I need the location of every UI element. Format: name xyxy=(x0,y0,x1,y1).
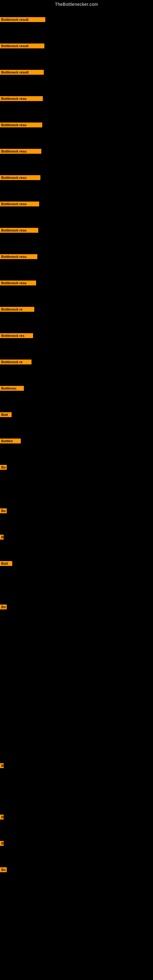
bar-row: Bott xyxy=(0,412,12,417)
bottleneck-result-label: Bo xyxy=(0,465,7,470)
bar-row: Bo xyxy=(0,867,7,872)
bottleneck-result-label: Bottleneck resu xyxy=(0,123,42,127)
bar-row: Bottleneck resu xyxy=(0,123,42,127)
bottleneck-result-label: Bottleneck resu xyxy=(0,175,40,180)
bar-row: Bottleneck resu xyxy=(0,175,40,180)
bar-row: Bottleneck resu xyxy=(0,96,43,101)
bar-row: Bottleneck result xyxy=(0,43,45,48)
bottleneck-result-label: Bottleneck re xyxy=(0,360,32,364)
bottleneck-result-label: Bottleneck resu xyxy=(0,254,37,259)
bottleneck-result-label: B xyxy=(0,815,4,819)
bottleneck-result-label: Bottleneck resu xyxy=(0,202,39,207)
site-title: TheBottlenecker.com xyxy=(0,0,153,8)
bottleneck-result-label: B xyxy=(0,535,4,539)
bottleneck-result-label: Bottleneck resu xyxy=(0,280,36,285)
bottleneck-result-label: Bottlenec xyxy=(0,386,24,391)
bottleneck-result-label: Bottleneck result xyxy=(0,70,44,75)
bottleneck-result-label: Bottleneck resu xyxy=(0,96,43,101)
bar-row: Bottleneck re xyxy=(0,307,34,312)
bar-row: Bottleneck result xyxy=(0,17,45,22)
bar-row: Bo xyxy=(0,508,7,513)
bar-row: Bo xyxy=(0,465,7,470)
bar-row: Bottleneck re xyxy=(0,360,32,364)
bar-row: B xyxy=(0,815,4,819)
bottleneck-result-label: Bottleneck res xyxy=(0,333,33,338)
bar-row: B xyxy=(0,841,4,846)
bar-row: Bottleneck resu xyxy=(0,280,36,285)
bar-row: B xyxy=(0,763,4,768)
bottleneck-result-label: Bo xyxy=(0,867,7,872)
bar-row: Bottleneck resu xyxy=(0,149,41,154)
bottleneck-result-label: Bo xyxy=(0,508,7,513)
bar-row: Bottlen xyxy=(0,439,21,444)
bar-row: Bottleneck result xyxy=(0,70,44,75)
bottleneck-result-label: Bott xyxy=(0,561,12,566)
bottleneck-result-label: Bottleneck result xyxy=(0,17,45,22)
bar-row: Bottlenec xyxy=(0,386,24,391)
bar-row: B xyxy=(0,535,4,539)
bottleneck-result-label: B xyxy=(0,841,4,846)
bottleneck-result-label: Bo xyxy=(0,605,7,609)
bar-row: Bottleneck resu xyxy=(0,254,37,259)
bar-row: Bottleneck res xyxy=(0,333,33,338)
bar-row: Bo xyxy=(0,605,7,609)
bottleneck-result-label: B xyxy=(0,763,4,768)
bottleneck-result-label: Bottlen xyxy=(0,439,21,444)
bar-row: Bott xyxy=(0,561,12,566)
bottleneck-result-label: Bottleneck result xyxy=(0,43,45,48)
bottleneck-result-label: Bottleneck re xyxy=(0,307,34,312)
bottleneck-result-label: Bott xyxy=(0,412,12,417)
bar-row: Bottleneck resu xyxy=(0,228,38,233)
bottleneck-result-label: Bottleneck resu xyxy=(0,149,41,154)
bar-row: Bottleneck resu xyxy=(0,202,39,207)
bottleneck-result-label: Bottleneck resu xyxy=(0,228,38,233)
